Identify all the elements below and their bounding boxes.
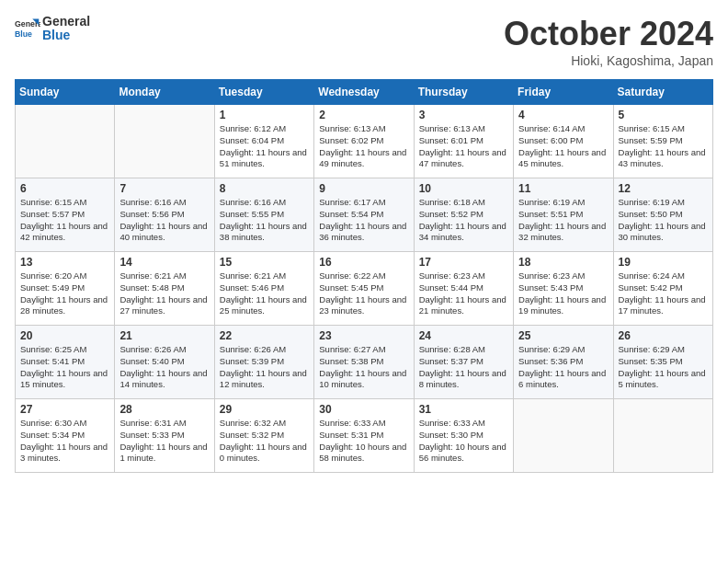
calendar-cell-day-21: 21Sunrise: 6:26 AMSunset: 5:40 PMDayligh… [115, 326, 214, 399]
day-content: Sunrise: 6:32 AMSunset: 5:32 PMDaylight:… [220, 418, 309, 465]
month-title: October 2024 [504, 15, 713, 53]
day-number: 9 [319, 182, 408, 195]
day-number: 8 [220, 182, 309, 195]
day-number: 25 [518, 329, 608, 342]
day-content: Sunrise: 6:29 AMSunset: 5:36 PMDaylight:… [518, 344, 608, 391]
day-content: Sunrise: 6:28 AMSunset: 5:37 PMDaylight:… [419, 344, 508, 391]
calendar-cell-day-1: 1Sunrise: 6:12 AMSunset: 6:04 PMDaylight… [214, 105, 313, 178]
calendar-week-row: 1Sunrise: 6:12 AMSunset: 6:04 PMDaylight… [16, 105, 713, 178]
day-content: Sunrise: 6:27 AMSunset: 5:38 PMDaylight:… [319, 344, 408, 391]
day-content: Sunrise: 6:25 AMSunset: 5:41 PMDaylight:… [20, 344, 109, 391]
day-content: Sunrise: 6:18 AMSunset: 5:52 PMDaylight:… [419, 197, 508, 244]
day-number: 14 [119, 256, 209, 269]
calendar-cell-day-6: 6Sunrise: 6:15 AMSunset: 5:57 PMDaylight… [16, 178, 115, 252]
calendar-cell-empty [613, 399, 712, 473]
day-number: 10 [419, 182, 508, 195]
day-number: 27 [20, 403, 109, 416]
svg-text:Blue: Blue [15, 29, 32, 39]
day-number: 11 [518, 182, 608, 195]
day-content: Sunrise: 6:17 AMSunset: 5:54 PMDaylight:… [319, 197, 408, 244]
calendar-table: SundayMondayTuesdayWednesdayThursdayFrid… [15, 79, 713, 473]
day-number: 24 [419, 329, 508, 342]
day-number: 31 [419, 403, 508, 416]
day-content: Sunrise: 6:13 AMSunset: 6:01 PMDaylight:… [419, 123, 508, 170]
day-content: Sunrise: 6:30 AMSunset: 5:34 PMDaylight:… [20, 418, 109, 465]
calendar-cell-day-24: 24Sunrise: 6:28 AMSunset: 5:37 PMDayligh… [414, 326, 513, 399]
logo-text-blue: Blue [42, 29, 90, 42]
calendar-cell-empty [514, 399, 613, 473]
calendar-cell-day-22: 22Sunrise: 6:26 AMSunset: 5:39 PMDayligh… [214, 326, 313, 399]
day-content: Sunrise: 6:14 AMSunset: 6:00 PMDaylight:… [518, 123, 608, 170]
logo: General Blue General Blue [15, 15, 90, 43]
day-number: 7 [119, 182, 209, 195]
calendar-cell-day-16: 16Sunrise: 6:22 AMSunset: 5:45 PMDayligh… [314, 252, 414, 326]
day-content: Sunrise: 6:16 AMSunset: 5:56 PMDaylight:… [119, 197, 209, 244]
logo-icon: General Blue [15, 16, 40, 41]
day-content: Sunrise: 6:15 AMSunset: 5:59 PMDaylight:… [619, 123, 708, 170]
calendar-cell-day-8: 8Sunrise: 6:16 AMSunset: 5:55 PMDaylight… [214, 178, 313, 252]
day-number: 5 [619, 109, 708, 121]
logo-text-general: General [42, 15, 90, 29]
day-content: Sunrise: 6:29 AMSunset: 5:35 PMDaylight:… [619, 344, 708, 391]
header-thursday: Thursday [414, 80, 513, 105]
day-number: 19 [619, 256, 708, 269]
day-content: Sunrise: 6:31 AMSunset: 5:33 PMDaylight:… [119, 418, 209, 465]
header-tuesday: Tuesday [214, 80, 313, 105]
calendar-cell-day-15: 15Sunrise: 6:21 AMSunset: 5:46 PMDayligh… [214, 252, 313, 326]
day-number: 18 [518, 256, 608, 269]
header-saturday: Saturday [613, 80, 712, 105]
header-wednesday: Wednesday [314, 80, 414, 105]
calendar-cell-day-17: 17Sunrise: 6:23 AMSunset: 5:44 PMDayligh… [414, 252, 513, 326]
calendar-week-row: 20Sunrise: 6:25 AMSunset: 5:41 PMDayligh… [16, 326, 713, 399]
day-content: Sunrise: 6:16 AMSunset: 5:55 PMDaylight:… [220, 197, 309, 244]
day-number: 2 [319, 109, 408, 121]
day-content: Sunrise: 6:22 AMSunset: 5:45 PMDaylight:… [319, 270, 408, 317]
calendar-cell-day-20: 20Sunrise: 6:25 AMSunset: 5:41 PMDayligh… [16, 326, 115, 399]
day-content: Sunrise: 6:20 AMSunset: 5:49 PMDaylight:… [20, 270, 109, 317]
day-number: 15 [220, 256, 309, 269]
calendar-week-row: 27Sunrise: 6:30 AMSunset: 5:34 PMDayligh… [16, 399, 713, 473]
calendar-week-row: 6Sunrise: 6:15 AMSunset: 5:57 PMDaylight… [16, 178, 713, 252]
day-content: Sunrise: 6:23 AMSunset: 5:43 PMDaylight:… [518, 270, 608, 317]
day-number: 22 [220, 329, 309, 342]
calendar-cell-empty [115, 105, 214, 178]
header-friday: Friday [514, 80, 613, 105]
day-number: 23 [319, 329, 408, 342]
day-number: 16 [319, 256, 408, 269]
day-content: Sunrise: 6:26 AMSunset: 5:40 PMDaylight:… [119, 344, 209, 391]
page-header: General Blue General Blue October 2024 H… [15, 15, 713, 68]
calendar-cell-day-25: 25Sunrise: 6:29 AMSunset: 5:36 PMDayligh… [514, 326, 613, 399]
calendar-cell-day-5: 5Sunrise: 6:15 AMSunset: 5:59 PMDaylight… [613, 105, 712, 178]
calendar-cell-day-31: 31Sunrise: 6:33 AMSunset: 5:30 PMDayligh… [414, 399, 513, 473]
header-sunday: Sunday [16, 80, 115, 105]
calendar-cell-day-30: 30Sunrise: 6:33 AMSunset: 5:31 PMDayligh… [314, 399, 414, 473]
day-number: 30 [319, 403, 408, 416]
calendar-cell-day-18: 18Sunrise: 6:23 AMSunset: 5:43 PMDayligh… [514, 252, 613, 326]
day-number: 21 [119, 329, 209, 342]
header-monday: Monday [115, 80, 214, 105]
day-content: Sunrise: 6:21 AMSunset: 5:48 PMDaylight:… [119, 270, 209, 317]
day-content: Sunrise: 6:19 AMSunset: 5:51 PMDaylight:… [518, 197, 608, 244]
calendar-cell-day-10: 10Sunrise: 6:18 AMSunset: 5:52 PMDayligh… [414, 178, 513, 252]
calendar-cell-day-12: 12Sunrise: 6:19 AMSunset: 5:50 PMDayligh… [613, 178, 712, 252]
day-content: Sunrise: 6:21 AMSunset: 5:46 PMDaylight:… [220, 270, 309, 317]
calendar-cell-day-19: 19Sunrise: 6:24 AMSunset: 5:42 PMDayligh… [613, 252, 712, 326]
day-number: 13 [20, 256, 109, 269]
calendar-cell-day-27: 27Sunrise: 6:30 AMSunset: 5:34 PMDayligh… [16, 399, 115, 473]
calendar-header-row: SundayMondayTuesdayWednesdayThursdayFrid… [16, 80, 713, 105]
day-number: 12 [619, 182, 708, 195]
calendar-cell-day-28: 28Sunrise: 6:31 AMSunset: 5:33 PMDayligh… [115, 399, 214, 473]
day-content: Sunrise: 6:33 AMSunset: 5:30 PMDaylight:… [419, 418, 508, 465]
calendar-cell-day-3: 3Sunrise: 6:13 AMSunset: 6:01 PMDaylight… [414, 105, 513, 178]
day-content: Sunrise: 6:15 AMSunset: 5:57 PMDaylight:… [20, 197, 109, 244]
day-number: 6 [20, 182, 109, 195]
day-number: 28 [119, 403, 209, 416]
day-number: 26 [619, 329, 708, 342]
calendar-cell-day-13: 13Sunrise: 6:20 AMSunset: 5:49 PMDayligh… [16, 252, 115, 326]
day-content: Sunrise: 6:23 AMSunset: 5:44 PMDaylight:… [419, 270, 508, 317]
calendar-cell-day-2: 2Sunrise: 6:13 AMSunset: 6:02 PMDaylight… [314, 105, 414, 178]
calendar-cell-day-14: 14Sunrise: 6:21 AMSunset: 5:48 PMDayligh… [115, 252, 214, 326]
day-content: Sunrise: 6:33 AMSunset: 5:31 PMDaylight:… [319, 418, 408, 465]
day-content: Sunrise: 6:12 AMSunset: 6:04 PMDaylight:… [220, 123, 309, 170]
day-number: 17 [419, 256, 508, 269]
